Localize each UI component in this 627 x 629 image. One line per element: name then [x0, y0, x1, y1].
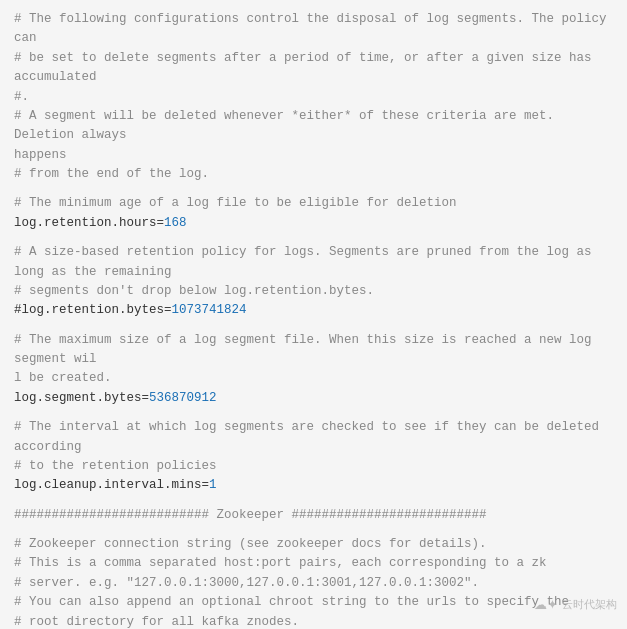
watermark-icon: ☁✦ — [534, 595, 558, 615]
comment-line: # A size-based retention policy for logs… — [14, 243, 613, 282]
comment-line: # This is a comma separated host:port pa… — [14, 554, 613, 573]
config-key: log.retention.hours= — [14, 216, 164, 230]
comment-line: # be set to delete segments after a peri… — [14, 49, 613, 88]
code-container: # The following configurations control t… — [0, 0, 627, 629]
comment-line: # The maximum size of a log segment file… — [14, 331, 613, 370]
comment-line: # Zookeeper connection string (see zooke… — [14, 535, 613, 554]
config-line: log.retention.hours=168 — [14, 214, 613, 233]
blank-line — [14, 525, 613, 535]
comment-line: # You can also append an optional chroot… — [14, 593, 613, 612]
blank-line — [14, 233, 613, 243]
comment-line: # The minimum age of a log file to be el… — [14, 194, 613, 213]
config-key: log.cleanup.interval.mins= — [14, 478, 209, 492]
config-value: 536870912 — [149, 391, 217, 405]
comment-line: # A segment will be deleted whenever *ei… — [14, 107, 613, 146]
comment-line: # segments don't drop below log.retentio… — [14, 282, 613, 301]
config-line: #log.retention.bytes=1073741824 — [14, 301, 613, 320]
comment-line: # to the retention policies — [14, 457, 613, 476]
config-key: #log.retention.bytes= — [14, 303, 172, 317]
comment-line: # from the end of the log. — [14, 165, 613, 184]
watermark-text: 云时代架构 — [562, 596, 617, 613]
config-value: 168 — [164, 216, 187, 230]
comment-line: # server. e.g. "127.0.0.1:3000,127.0.0.1… — [14, 574, 613, 593]
blank-line — [14, 408, 613, 418]
blank-line — [14, 496, 613, 506]
config-line: log.segment.bytes=536870912 — [14, 389, 613, 408]
comment-line: # root directory for all kafka znodes. — [14, 613, 613, 630]
watermark: ☁✦ 云时代架构 — [534, 595, 617, 615]
blank-line — [14, 184, 613, 194]
comment-line: l be created. — [14, 369, 613, 388]
comment-line: happens — [14, 146, 613, 165]
config-key: log.segment.bytes= — [14, 391, 149, 405]
comment-line: # The following configurations control t… — [14, 10, 613, 49]
config-line: log.cleanup.interval.mins=1 — [14, 476, 613, 495]
blank-line — [14, 321, 613, 331]
config-value: 1 — [209, 478, 217, 492]
comment-line: # The interval at which log segments are… — [14, 418, 613, 457]
comment-line: #. — [14, 88, 613, 107]
section-header-line: ########################## Zookeeper ###… — [14, 506, 613, 525]
config-value: 1073741824 — [172, 303, 247, 317]
